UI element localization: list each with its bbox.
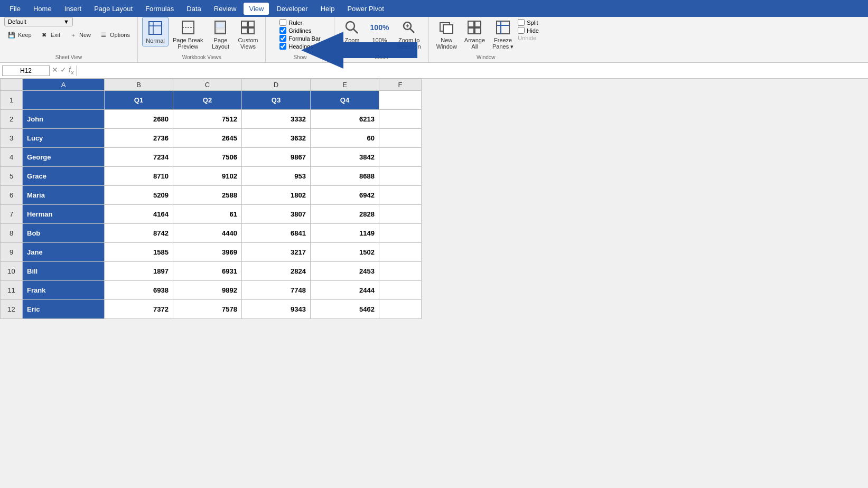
exit-button[interactable]: ✖ Exit	[37, 30, 63, 40]
cell[interactable]: 3632	[242, 129, 311, 148]
cell[interactable]: 1502	[311, 243, 379, 262]
cell[interactable]	[379, 224, 422, 243]
cell[interactable]: 2828	[311, 205, 379, 224]
hide-check[interactable]	[518, 27, 525, 34]
menu-review[interactable]: Review	[209, 3, 242, 15]
cell[interactable]: Q4	[311, 91, 379, 110]
new-window-button[interactable]: NewWindow	[433, 17, 460, 52]
cell[interactable]: 7234	[105, 148, 173, 167]
cell[interactable]: 8742	[105, 224, 173, 243]
ruler-checkbox[interactable]	[279, 19, 286, 26]
menu-data[interactable]: Data	[181, 3, 206, 15]
cell[interactable]: John	[23, 110, 105, 129]
cell[interactable]: 3842	[311, 148, 379, 167]
row-header-2[interactable]: 2	[1, 110, 23, 129]
cell[interactable]: 7372	[105, 300, 173, 319]
cell[interactable]: Jane	[23, 243, 105, 262]
row-header-10[interactable]: 10	[1, 262, 23, 281]
menu-home[interactable]: Home	[28, 3, 57, 15]
row-header-1[interactable]: 1	[1, 91, 23, 110]
cell[interactable]: 7578	[173, 300, 242, 319]
cell[interactable]	[379, 110, 422, 129]
cell[interactable]: 3969	[173, 243, 242, 262]
cell[interactable]	[23, 91, 105, 110]
cell[interactable]	[379, 300, 422, 319]
custom-views-button[interactable]: CustomViews	[235, 17, 261, 52]
row-header-5[interactable]: 5	[1, 167, 23, 186]
cell[interactable]: 1802	[242, 186, 311, 205]
zoom-to-selection-button[interactable]: Zoom toSelection	[394, 17, 424, 52]
cell[interactable]: Eric	[23, 300, 105, 319]
cell[interactable]: 8688	[311, 167, 379, 186]
cell[interactable]	[379, 262, 422, 281]
headings-checkbox-item[interactable]: Headings	[279, 43, 321, 50]
cell[interactable]: 2645	[173, 129, 242, 148]
cell[interactable]: Q3	[242, 91, 311, 110]
cell[interactable]	[379, 129, 422, 148]
cell[interactable]: 6213	[311, 110, 379, 129]
page-break-preview-button[interactable]: Page BreakPreview	[170, 17, 206, 52]
new-sheet-view-button[interactable]: ＋ New	[66, 30, 94, 40]
menu-help[interactable]: Help	[315, 3, 340, 15]
cell[interactable]: 1149	[311, 224, 379, 243]
arrange-all-button[interactable]: ArrangeAll	[461, 17, 488, 52]
col-header-d[interactable]: D	[242, 79, 311, 91]
name-box[interactable]	[2, 65, 50, 76]
row-header-9[interactable]: 9	[1, 243, 23, 262]
normal-view-button[interactable]: Normal	[142, 17, 169, 46]
cell[interactable]: 5209	[105, 186, 173, 205]
menu-power-pivot[interactable]: Power Pivot	[342, 3, 389, 15]
function-icon[interactable]: fx	[69, 65, 74, 76]
cell[interactable]: 3332	[242, 110, 311, 129]
cell[interactable]: 2453	[311, 262, 379, 281]
cell[interactable]: 6942	[311, 186, 379, 205]
row-header-8[interactable]: 8	[1, 224, 23, 243]
cell[interactable]: 4164	[105, 205, 173, 224]
cell[interactable]: 9892	[173, 281, 242, 300]
cell[interactable]: 2444	[311, 281, 379, 300]
cell[interactable]: 7512	[173, 110, 242, 129]
gridlines-checkbox[interactable]	[279, 27, 286, 34]
zoom-100-button[interactable]: 100% 100%	[366, 17, 393, 45]
cell[interactable]: Herman	[23, 205, 105, 224]
cell[interactable]	[379, 205, 422, 224]
cell[interactable]: 9867	[242, 148, 311, 167]
cell[interactable]: Q2	[173, 91, 242, 110]
cell[interactable]: 1585	[105, 243, 173, 262]
keep-button[interactable]: 💾 Keep	[4, 30, 35, 40]
gridlines-checkbox-item[interactable]: Gridlines	[279, 27, 321, 34]
cell[interactable]: Grace	[23, 167, 105, 186]
cell[interactable]: Bob	[23, 224, 105, 243]
cell[interactable]	[379, 91, 422, 110]
menu-file[interactable]: File	[4, 3, 26, 15]
cell[interactable]: 2588	[173, 186, 242, 205]
cell[interactable]: 6931	[173, 262, 242, 281]
cell[interactable]: 8710	[105, 167, 173, 186]
spreadsheet-container[interactable]: A B C D E F 1Q1Q2Q3Q42John26807512333262…	[0, 79, 868, 472]
cell[interactable]: George	[23, 148, 105, 167]
menu-formulas[interactable]: Formulas	[140, 3, 179, 15]
ruler-checkbox-item[interactable]: Ruler	[279, 19, 321, 26]
cell[interactable]: Bill	[23, 262, 105, 281]
cell[interactable]: 3807	[242, 205, 311, 224]
cell[interactable]: 6938	[105, 281, 173, 300]
cancel-icon[interactable]: ✕	[52, 65, 58, 76]
row-header-11[interactable]: 11	[1, 281, 23, 300]
options-button[interactable]: ☰ Options	[96, 30, 133, 40]
cell[interactable]: 61	[173, 205, 242, 224]
headings-checkbox[interactable]	[279, 43, 286, 50]
cell[interactable]: 3217	[242, 243, 311, 262]
cell[interactable]: 60	[311, 129, 379, 148]
row-header-3[interactable]: 3	[1, 129, 23, 148]
cell[interactable]: 2824	[242, 262, 311, 281]
menu-insert[interactable]: Insert	[59, 3, 87, 15]
sheet-view-dropdown[interactable]: Default ▼	[4, 17, 73, 26]
row-header-7[interactable]: 7	[1, 205, 23, 224]
split-check[interactable]	[518, 19, 525, 26]
menu-developer[interactable]: Developer	[271, 3, 313, 15]
cell[interactable]: 7748	[242, 281, 311, 300]
row-header-12[interactable]: 12	[1, 300, 23, 319]
cell[interactable]	[379, 243, 422, 262]
menu-page-layout[interactable]: Page Layout	[89, 3, 138, 15]
row-header-4[interactable]: 4	[1, 148, 23, 167]
